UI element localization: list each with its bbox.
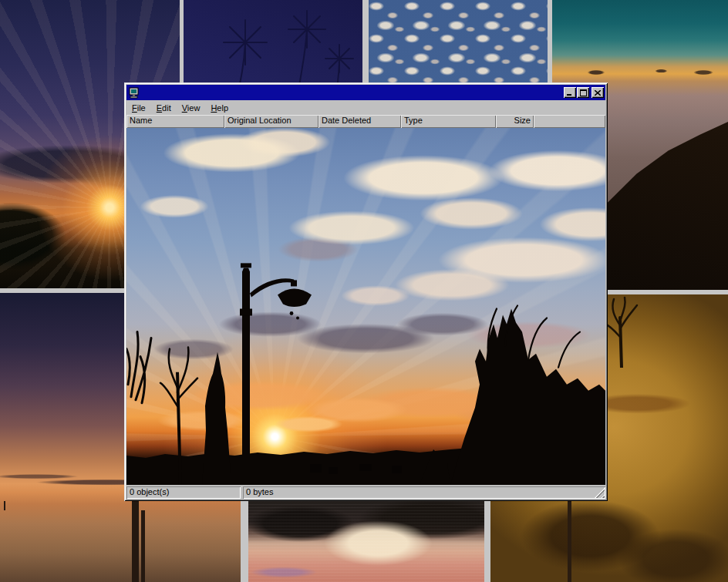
column-header-name[interactable]: Name xyxy=(126,115,224,128)
recycle-bin-window: File Edit View Help Name Original Locati… xyxy=(124,82,608,501)
menu-file[interactable]: File xyxy=(126,102,151,114)
sea-pole xyxy=(4,501,5,510)
menu-help[interactable]: Help xyxy=(205,102,234,114)
menu-bar: File Edit View Help xyxy=(126,100,605,115)
wallpaper-photo-water-reflections xyxy=(248,501,484,582)
column-header-size[interactable]: Size xyxy=(496,115,534,128)
golden-photo-pole xyxy=(568,500,571,582)
status-object-count: 0 object(s) xyxy=(126,486,241,499)
title-bar[interactable] xyxy=(126,85,605,100)
list-view-area[interactable] xyxy=(126,128,605,485)
status-byte-count: 0 bytes xyxy=(243,486,605,499)
column-header-row: Name Original Location Date Deleted Type… xyxy=(126,115,605,128)
maximize-icon xyxy=(580,89,587,96)
status-bar: 0 object(s) 0 bytes xyxy=(126,486,605,499)
column-header-blank[interactable] xyxy=(534,115,605,128)
close-icon xyxy=(595,90,601,96)
menu-edit[interactable]: Edit xyxy=(151,102,177,114)
close-button[interactable] xyxy=(592,87,604,98)
minimize-button[interactable] xyxy=(564,87,576,98)
app-icon xyxy=(128,87,140,99)
column-header-date-deleted[interactable]: Date Deleted xyxy=(318,115,401,128)
sea-pole xyxy=(132,500,139,582)
menu-view[interactable]: View xyxy=(177,102,206,114)
content-photo-silhouettes xyxy=(126,128,605,485)
minimize-icon xyxy=(567,90,573,96)
maximize-button[interactable] xyxy=(577,87,589,98)
column-header-type[interactable]: Type xyxy=(401,115,496,128)
sea-pole xyxy=(141,510,145,582)
desktop: { "window": { "title": "", "menu": ["Fil… xyxy=(0,0,728,582)
column-header-original-location[interactable]: Original Location xyxy=(224,115,318,128)
